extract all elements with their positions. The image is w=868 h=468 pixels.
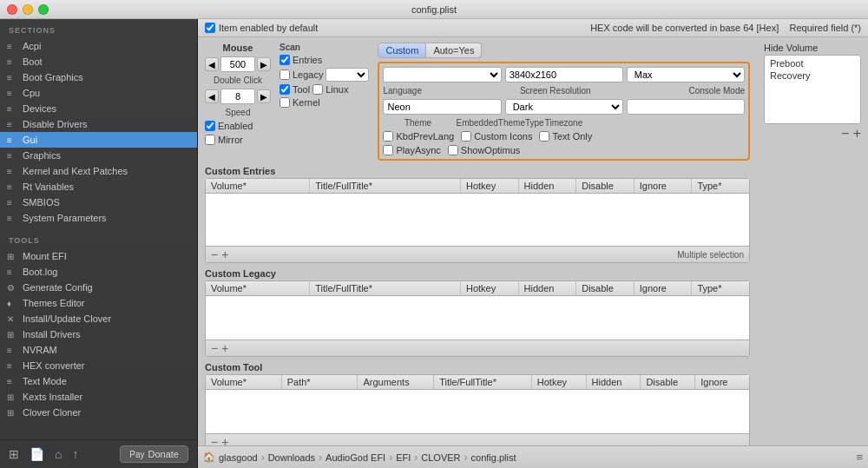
sidebar-item-boot-graphics[interactable]: ≡ Boot Graphics	[0, 69, 197, 85]
custom-seg-btn[interactable]: Custom	[378, 43, 426, 58]
custom-entries-footer[interactable]: − + Multiple selection	[206, 246, 749, 262]
sidebar-item-boot-log[interactable]: ≡ Boot.log	[0, 264, 197, 280]
footer-icon-1[interactable]: ⊞	[9, 447, 19, 461]
sidebar-item-disable-drivers[interactable]: ≡ Disable Drivers	[0, 116, 197, 132]
sidebar-item-mount-efi[interactable]: ⊞ Mount EFI	[0, 248, 197, 264]
hide-volume-remove-btn[interactable]: −	[841, 126, 849, 142]
theme-input[interactable]	[383, 99, 501, 115]
hide-volume-add-btn[interactable]: +	[853, 126, 861, 142]
path-clover[interactable]: CLOVER	[421, 452, 460, 463]
ce-add-btn[interactable]: +	[221, 248, 228, 260]
hide-volume-section: Hide Volume Preboot Recovery − +	[764, 43, 861, 142]
enabled-checkbox[interactable]	[205, 121, 215, 131]
tools-label: TOOLS	[0, 229, 197, 248]
cl-remove-btn[interactable]: −	[211, 342, 218, 354]
sidebar-item-label: Gui	[23, 135, 37, 145]
sidebar-item-install-drivers[interactable]: ⊞ Install Drivers	[0, 326, 197, 342]
ce-remove-btn[interactable]: −	[211, 248, 218, 260]
text-only-checkbox[interactable]	[539, 131, 549, 142]
path-home-icon[interactable]: 🏠	[203, 452, 215, 463]
path-downloads[interactable]: Downloads	[268, 452, 315, 463]
cl-add-btn[interactable]: +	[221, 342, 228, 354]
tool-check: Tool Linux	[279, 84, 369, 95]
kernel-checkbox[interactable]	[279, 97, 290, 108]
speed2-increment-btn[interactable]: ▶	[257, 89, 271, 103]
legacy-check: Legacy	[279, 68, 369, 82]
sidebar-item-label: SMBIOS	[23, 197, 60, 208]
ce-col-type: Type*	[692, 179, 749, 193]
speed-decrement-btn[interactable]: ◀	[205, 57, 219, 71]
sidebar-item-graphics[interactable]: ≡ Graphics	[0, 148, 197, 163]
minimize-button[interactable]	[23, 4, 33, 15]
auto-yes-seg-btn[interactable]: Auto=Yes	[426, 43, 482, 58]
sidebar-item-system-parameters[interactable]: ≡ System Parameters	[0, 210, 197, 226]
sidebar-item-acpi[interactable]: ≡ Acpi	[0, 38, 197, 54]
speed2-value-input[interactable]	[220, 89, 255, 104]
custom-tool-footer[interactable]: − +	[206, 433, 749, 445]
speed-increment-btn[interactable]: ▶	[257, 57, 271, 71]
footer-icon-2[interactable]: 📄	[30, 447, 44, 461]
path-bar-icons: ≡	[856, 451, 863, 464]
custom-icons-checkbox[interactable]	[461, 131, 471, 142]
close-button[interactable]	[7, 4, 17, 15]
ct-add-btn[interactable]: +	[221, 436, 228, 445]
scan-label: Scan	[279, 43, 369, 52]
timezone-input[interactable]	[627, 99, 745, 115]
sidebar-item-boot[interactable]: ≡ Boot	[0, 54, 197, 69]
custom-legacy-table: Volume* Title/FullTitle* Hotkey Hidden D…	[205, 280, 750, 357]
path-bar: 🏠 glasgood › Downloads › AudioGod EFI › …	[198, 445, 868, 468]
linux-checkbox[interactable]	[312, 84, 323, 95]
sidebar-item-themes-editor[interactable]: ♦ Themes Editor	[0, 295, 197, 311]
sidebar-item-smbios[interactable]: ≡ SMBIOS	[0, 194, 197, 210]
kbdprevlang-checkbox[interactable]	[383, 131, 393, 142]
sidebar-item-cpu[interactable]: ≡ Cpu	[0, 85, 197, 101]
console-mode-select[interactable]: Max	[627, 67, 745, 82]
speed-value-input[interactable]	[220, 56, 255, 72]
path-glasgood[interactable]: glasgood	[219, 452, 258, 463]
path-audiogod-efi[interactable]: AudioGod EFI	[326, 452, 385, 463]
dark-select[interactable]: Dark	[505, 99, 623, 115]
tool-checkbox[interactable]	[279, 84, 290, 95]
mirror-checkbox[interactable]	[205, 135, 215, 145]
window-controls[interactable]	[7, 4, 49, 15]
item-enabled-checkbox[interactable]	[205, 23, 215, 33]
sidebar-item-generate-config[interactable]: ⚙ Generate Config	[0, 280, 197, 295]
sidebar-item-install-clover[interactable]: ✕ Install/Update Clover	[0, 311, 197, 326]
path-efi[interactable]: EFI	[396, 452, 411, 463]
sidebar-item-gui[interactable]: ≡ Gui	[0, 132, 197, 148]
legacy-checkbox[interactable]	[279, 69, 290, 80]
sidebar-item-kexts-installer[interactable]: ⊞ Kexts Installer	[0, 389, 197, 405]
ct-col-path: Path*	[282, 375, 358, 389]
playasync-checkbox[interactable]	[383, 145, 393, 155]
sidebar-item-clover-cloner[interactable]: ⊞ Clover Cloner	[0, 405, 197, 420]
language-select[interactable]	[383, 67, 501, 82]
playasync-label: PlayAsync	[396, 145, 440, 155]
cl-col-hidden: Hidden	[519, 281, 577, 295]
screen-resolution-input[interactable]	[505, 67, 623, 82]
path-sep-1: ›	[261, 452, 265, 464]
sidebar-item-label: NVRAM	[23, 345, 57, 355]
sidebar-item-text-mode[interactable]: ≡ Text Mode	[0, 373, 197, 389]
sidebar-item-devices[interactable]: ≡ Devices	[0, 101, 197, 116]
path-menu-icon[interactable]: ≡	[856, 451, 863, 464]
home-icon[interactable]: ⌂	[55, 447, 62, 461]
legacy-select[interactable]	[326, 68, 369, 82]
kernel-label: Kernel	[293, 97, 320, 108]
ct-remove-btn[interactable]: −	[211, 436, 218, 445]
list-icon: ≡	[7, 89, 19, 98]
share-icon[interactable]: ↑	[72, 447, 78, 461]
showoptimus-checkbox[interactable]	[448, 145, 458, 155]
sidebar-item-kernel-kext[interactable]: ≡ Kernel and Kext Patches	[0, 163, 197, 179]
donate-button[interactable]: Pay Donate	[120, 445, 188, 463]
entries-checkbox[interactable]	[279, 55, 290, 65]
list-icon: ≡	[7, 377, 19, 386]
custom-legacy-footer[interactable]: − +	[206, 339, 749, 356]
sidebar-item-hex-converter[interactable]: ≡ HEX converter	[0, 358, 197, 373]
speed2-stepper: ◀ ▶	[205, 89, 271, 104]
titlebar: config.plist	[0, 0, 868, 19]
speed2-decrement-btn[interactable]: ◀	[205, 89, 219, 103]
sidebar-item-rt-variables[interactable]: ≡ Rt Variables	[0, 179, 197, 194]
sidebar-item-nvram[interactable]: ≡ NVRAM	[0, 342, 197, 358]
maximize-button[interactable]	[38, 4, 49, 15]
list-icon: ≡	[7, 120, 19, 129]
